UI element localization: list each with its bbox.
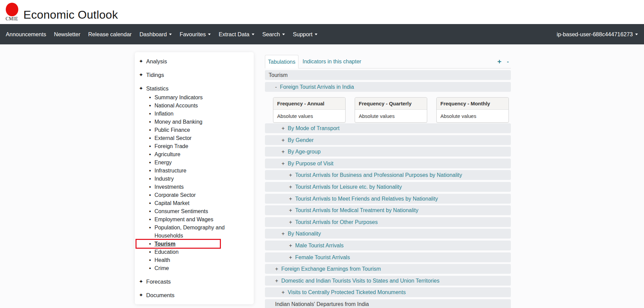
collapse-all-button[interactable]: - [507,58,509,65]
sidebar-section-header-analysis[interactable]: ✦Analysis [139,57,254,66]
sidebar-item-label[interactable]: Inflation [154,111,173,117]
expand-toggle-icon[interactable]: + [282,147,285,157]
tree-row-link[interactable]: Female Tourist Arrivals [295,254,350,260]
sidebar-item-label[interactable]: Crime [154,265,169,271]
sidebar-item-label[interactable]: Health [154,257,170,263]
tree-row-tourist-arrivals-for-medical-treatment-by-nationality[interactable]: +Tourist Arrivals for Medical Treatment … [265,205,511,215]
tree-row-link[interactable]: Tourist Arrivals for Other Purposes [295,219,378,225]
tab-indicators-in-this-chapter[interactable]: Indicators in this chapter [298,55,365,68]
expand-toggle-icon[interactable]: + [282,229,285,239]
sidebar-item-label[interactable]: Infrastructure [154,168,186,173]
tree-row-visits-to-centrally-protected-ticketed-monuments[interactable]: +Visits to Centrally Protected Ticketed … [265,287,511,297]
tree-row-link[interactable]: Tourist Arrivals for Medical Treatment b… [295,207,418,213]
expand-toggle-icon[interactable]: + [275,276,278,286]
sidebar-item-capital-market[interactable]: Capital Market [149,199,226,207]
sidebar-item-tourism[interactable]: Tourism [149,240,226,248]
nav-item-favourites[interactable]: Favourites [180,31,211,38]
tree-row-by-gender[interactable]: +By Gender [265,135,511,145]
tree-row-link[interactable]: Domestic and Indian Tourists Visits to S… [281,278,439,284]
sidebar-item-label[interactable]: Capital Market [154,200,189,206]
sidebar-item-label[interactable]: Money and Banking [154,119,202,125]
tree-row-link[interactable]: Male Tourist Arrivals [295,243,344,248]
tree-row-link[interactable]: By Gender [288,137,313,143]
sidebar-item-label[interactable]: Corporate Sector [154,192,196,198]
absolute-values-link[interactable]: Absolute values [355,110,427,122]
sidebar-item-label[interactable]: Foreign Trade [154,143,188,149]
nav-item-announcements[interactable]: Announcements [6,31,46,38]
sidebar-item-label[interactable]: Summary Indicators [154,95,203,100]
sidebar-item-label[interactable]: Industry [154,176,174,182]
sidebar-item-money-and-banking[interactable]: Money and Banking [149,118,226,126]
sidebar-item-population-demography-and-households[interactable]: Population, Demography and Households [149,224,226,240]
tree-row-by-mode-of-transport[interactable]: +By Mode of Transport [265,123,511,133]
sidebar-item-label[interactable]: Population, Demography and Households [154,225,225,239]
sidebar-section-header-tidings[interactable]: ✦Tidings [139,70,254,79]
expand-all-button[interactable]: + [497,58,501,65]
sidebar-item-label[interactable]: National Accounts [154,103,198,108]
sidebar-item-education[interactable]: Education [149,248,226,256]
sidebar-item-label[interactable]: Agriculture [154,151,180,157]
sidebar-item-investments[interactable]: Investments [149,183,226,191]
sidebar-item-consumer-sentiments[interactable]: Consumer Sentiments [149,207,226,215]
sidebar-item-industry[interactable]: Industry [149,175,226,183]
absolute-values-link[interactable]: Absolute values [273,110,345,122]
nav-item-release-calendar[interactable]: Release calendar [88,31,131,38]
tree-row-link[interactable]: Tourist Arrivals for Leisure etc. by Nat… [295,184,402,190]
sidebar-item-infrastructure[interactable]: Infrastructure [149,167,226,175]
sidebar-item-public-finance[interactable]: Public Finance [149,126,226,134]
expand-toggle-icon[interactable]: + [289,182,292,192]
sidebar-item-crime[interactable]: Crime [149,264,226,272]
sidebar-item-foreign-trade[interactable]: Foreign Trade [149,142,226,150]
absolute-values-link[interactable]: Absolute values [437,110,508,122]
tree-row-link[interactable]: By Nationality [288,231,321,237]
tree-row-link[interactable]: Visits to Centrally Protected Ticketed M… [288,289,406,295]
sidebar-item-agriculture[interactable]: Agriculture [149,150,226,159]
nav-item-support[interactable]: Support [293,31,317,38]
tree-row-by-nationality[interactable]: +By Nationality [265,229,511,239]
expand-toggle-icon[interactable]: + [282,123,285,133]
tree-row-link[interactable]: Foreign Tourist Arrivals in India [280,84,354,90]
sidebar-item-inflation[interactable]: Inflation [149,110,226,118]
sidebar-item-label[interactable]: Public Finance [154,127,190,133]
nav-item-search[interactable]: Search [262,31,285,38]
sidebar-item-corporate-sector[interactable]: Corporate Sector [149,191,226,199]
tree-row-link[interactable]: Tourist Arrivals to Meet Friends and Rel… [295,196,438,202]
tree-row-link[interactable]: By Mode of Transport [288,125,339,131]
sidebar-item-label[interactable]: Tourism [154,241,175,247]
tree-row-link[interactable]: By Age-group [288,149,320,155]
tree-row-foreign-tourist-arrivals[interactable]: -Foreign Tourist Arrivals in India [265,82,511,92]
collapse-toggle-icon[interactable]: - [275,82,277,92]
tab-tabulations[interactable]: Tabulations [265,55,298,68]
nav-item-extract-data[interactable]: Extract Data [219,31,254,38]
sidebar-item-label[interactable]: Investments [154,184,184,190]
sidebar-item-label[interactable]: Employment and Wages [154,217,213,222]
tree-row-foreign-exchange-earnings-from-tourism[interactable]: +Foreign Exchange Earnings from Tourism [265,264,511,274]
sidebar-section-header-forecasts[interactable]: ✦Forecasts [139,277,254,286]
nav-item-dashboard[interactable]: Dashboard [140,31,172,38]
expand-toggle-icon[interactable]: + [289,252,292,262]
tree-row-female-tourist-arrivals[interactable]: +Female Tourist Arrivals [265,252,511,262]
sidebar-section-header-documents[interactable]: ✦Documents [139,291,254,300]
tree-row-tourist-arrivals-for-business-and-professional-purposes-by-nationality[interactable]: +Tourist Arrivals for Business and Profe… [265,170,511,180]
sidebar-item-energy[interactable]: Energy [149,159,226,167]
tree-row-tourist-arrivals-to-meet-friends-and-relatives-by-nationality[interactable]: +Tourist Arrivals to Meet Friends and Re… [265,194,511,204]
expand-toggle-icon[interactable]: + [275,264,278,274]
sidebar-item-label[interactable]: Energy [154,160,172,165]
expand-toggle-icon[interactable]: + [282,159,285,168]
tree-row-link[interactable]: Foreign Exchange Earnings from Tourism [281,266,381,272]
sidebar-item-summary-indicators[interactable]: Summary Indicators [149,94,226,102]
sidebar-item-employment-and-wages[interactable]: Employment and Wages [149,215,226,224]
tree-row-male-tourist-arrivals[interactable]: +Male Tourist Arrivals [265,241,511,250]
sidebar-section-header-statistics[interactable]: ✦Statistics [139,84,254,93]
tree-row-by-age-group[interactable]: +By Age-group [265,147,511,157]
sidebar-item-national-accounts[interactable]: National Accounts [149,102,226,110]
expand-toggle-icon[interactable]: + [282,135,285,145]
sidebar-item-health[interactable]: Health [149,256,226,264]
user-menu[interactable]: ip-based-user-688c444716273 [557,31,644,38]
tree-row-domestic-and-indian-tourists-visits-to-states-and-union-territories[interactable]: +Domestic and Indian Tourists Visits to … [265,276,511,286]
sidebar-item-external-sector[interactable]: External Sector [149,134,226,142]
sidebar-item-label[interactable]: Education [154,249,179,255]
sidebar-item-label[interactable]: Consumer Sentiments [154,208,208,214]
expand-toggle-icon[interactable]: + [289,205,292,215]
nav-item-newsletter[interactable]: Newsletter [54,31,80,38]
